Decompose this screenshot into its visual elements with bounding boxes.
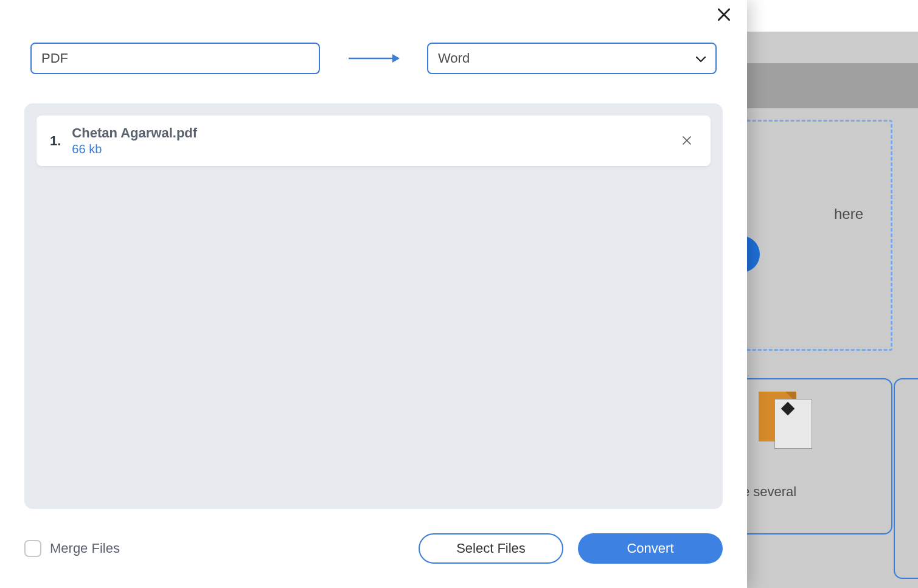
dialog-footer: Merge Files Select Files Convert [24, 533, 723, 564]
close-icon[interactable] [713, 6, 735, 28]
convert-button[interactable]: Convert [578, 533, 723, 564]
background-feature-card-2 [894, 378, 918, 579]
target-format-value: Word [438, 50, 470, 66]
merge-files-checkbox[interactable] [24, 540, 41, 557]
file-size: 66 kb [72, 142, 666, 156]
merge-files-label: Merge Files [50, 541, 120, 556]
file-name: Chetan Agarwal.pdf [72, 125, 666, 141]
select-files-button[interactable]: Select Files [419, 533, 563, 564]
file-row: 1. Chetan Agarwal.pdf 66 kb [37, 116, 711, 166]
chevron-down-icon [696, 52, 706, 66]
file-index: 1. [50, 133, 61, 149]
remove-file-icon[interactable] [676, 130, 697, 152]
format-row: Word [30, 43, 717, 74]
arrow-icon [320, 53, 427, 64]
background-dropzone-hint: here [834, 206, 863, 223]
svg-marker-1 [392, 54, 400, 63]
source-format-input[interactable] [30, 43, 320, 74]
merge-files-icon [759, 392, 819, 452]
file-list-panel: 1. Chetan Agarwal.pdf 66 kb [24, 103, 723, 509]
target-format-select[interactable]: Word [427, 43, 717, 74]
convert-dialog: Word 1. Chetan Agarwal.pdf 66 kb Merge F… [0, 0, 747, 588]
